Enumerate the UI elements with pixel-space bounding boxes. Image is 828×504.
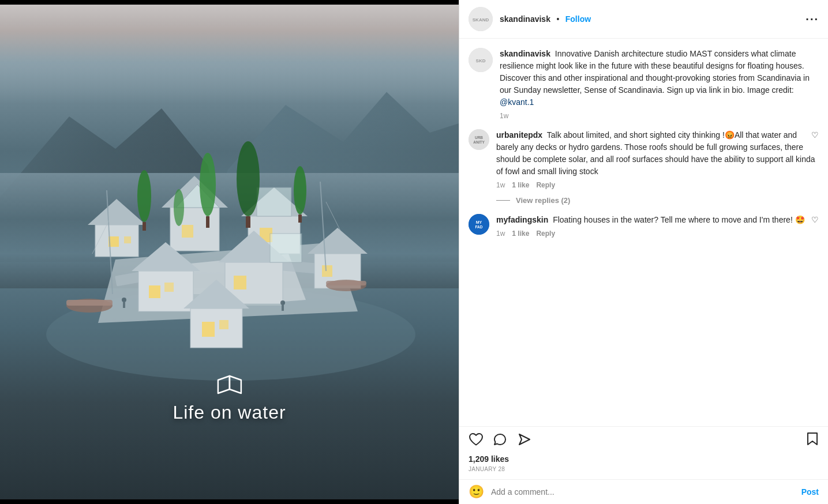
svg-rect-34	[143, 222, 146, 231]
caption-avatar[interactable]: SKD	[469, 48, 493, 72]
black-bar-top	[0, 0, 459, 5]
svg-text:SKAND: SKAND	[473, 17, 489, 22]
view-replies-line	[496, 200, 510, 201]
svg-rect-16	[257, 187, 291, 216]
black-bar-bottom	[0, 499, 459, 504]
action-icons-row	[469, 431, 819, 450]
comment-2-reply-button[interactable]: Reply	[536, 230, 555, 238]
comment-button[interactable]	[493, 432, 508, 449]
share-button[interactable]	[517, 432, 532, 449]
svg-point-52	[280, 300, 285, 305]
svg-text:MY: MY	[476, 220, 482, 224]
svg-rect-9	[124, 236, 131, 243]
comment-2-time: 1w	[496, 230, 505, 238]
svg-rect-20	[149, 285, 160, 298]
svg-point-39	[237, 141, 260, 216]
svg-point-35	[200, 153, 216, 216]
add-comment-bar: 🙂 Post	[459, 479, 828, 504]
view-replies-button[interactable]: View replies (2)	[496, 196, 819, 205]
comment-1-content: urbanitepdx Talk about limited, and shor…	[496, 129, 819, 189]
comment-2-username[interactable]: myfadingskin	[496, 215, 548, 224]
like-button[interactable]	[469, 432, 484, 449]
image-overlay: Life on water	[173, 373, 286, 423]
svg-point-37	[294, 166, 306, 215]
bookmark-button[interactable]	[806, 431, 819, 450]
instagram-panel: SKAND skandinavisk • Follow ··· SKD skan…	[459, 0, 828, 504]
post-comment-button[interactable]: Post	[801, 487, 819, 497]
comment-1-reply-button[interactable]: Reply	[536, 181, 555, 189]
svg-marker-27	[308, 228, 368, 254]
post-image: Life on water	[0, 0, 459, 504]
svg-point-33	[137, 170, 151, 222]
svg-point-62	[469, 214, 489, 235]
header-dot: •	[556, 14, 559, 24]
svg-text:FAD: FAD	[475, 225, 483, 229]
post-header: SKAND skandinavisk • Follow ···	[459, 0, 828, 39]
header-avatar[interactable]: SKAND	[469, 7, 493, 31]
svg-rect-21	[164, 283, 174, 292]
comment-1-avatar[interactable]: URB ANITY	[469, 129, 489, 150]
comment-1: URB ANITY urbanitepdx Talk about limited…	[469, 129, 819, 189]
svg-rect-13	[182, 225, 193, 238]
more-options-button[interactable]: ···	[805, 13, 819, 26]
caption-timestamp: 1w	[500, 112, 819, 120]
comments-section: SKD skandinavisk Innovative Danish archi…	[459, 39, 828, 426]
post-caption: SKD skandinavisk Innovative Danish archi…	[469, 48, 819, 120]
comment-2-meta: 1w 1 like Reply	[496, 230, 819, 238]
caption-text: skandinavisk Innovative Danish architect…	[500, 48, 819, 108]
comment-1-text: urbanitepdx Talk about limited, and shor…	[496, 129, 819, 178]
svg-text:URB: URB	[475, 136, 483, 140]
svg-rect-53	[282, 305, 284, 311]
follow-button[interactable]: Follow	[565, 14, 591, 24]
comment-1-heart-button[interactable]: ♡	[811, 130, 819, 140]
svg-text:ANITY: ANITY	[473, 140, 485, 144]
comment-2-avatar[interactable]: MY FAD	[469, 214, 489, 235]
action-bar: 1,209 likes January 28	[459, 426, 828, 479]
caption-mention[interactable]: @kvant.1	[500, 97, 534, 107]
comment-1-meta: 1w 1 like Reply	[496, 181, 819, 189]
caption-username[interactable]: skandinavisk	[500, 49, 550, 58]
svg-rect-51	[123, 302, 125, 308]
image-title: Life on water	[173, 402, 286, 423]
svg-rect-24	[270, 234, 302, 262]
likes-count: 1,209 likes	[469, 454, 819, 464]
svg-rect-31	[202, 322, 215, 337]
comment-1-likes: 1 like	[512, 181, 529, 189]
svg-rect-36	[206, 216, 209, 228]
svg-rect-47	[66, 300, 113, 306]
svg-rect-29	[190, 309, 242, 348]
header-info: skandinavisk • Follow	[500, 14, 805, 24]
svg-rect-25	[234, 276, 246, 289]
comment-input[interactable]	[491, 487, 801, 497]
svg-point-59	[469, 129, 489, 150]
svg-rect-40	[246, 216, 250, 228]
comment-2: MY FAD myfadingskin Floating houses in t…	[469, 214, 819, 238]
svg-rect-38	[298, 215, 302, 223]
svg-rect-28	[322, 265, 332, 277]
post-date: January 28	[469, 466, 819, 472]
svg-point-41	[174, 189, 184, 226]
svg-rect-49	[326, 281, 366, 285]
comment-2-content: myfadingskin Floating houses in the wate…	[496, 214, 819, 238]
svg-rect-32	[219, 320, 228, 329]
caption-content: skandinavisk Innovative Danish architect…	[500, 48, 819, 120]
book-icon	[215, 373, 244, 396]
emoji-button[interactable]: 🙂	[469, 484, 484, 499]
comment-2-likes: 1 like	[512, 230, 529, 238]
comment-2-heart-button[interactable]: ♡	[811, 215, 819, 224]
svg-point-50	[122, 298, 126, 302]
view-replies-text: View replies (2)	[516, 196, 570, 205]
comment-1-username[interactable]: urbanitepdx	[496, 130, 542, 140]
header-username[interactable]: skandinavisk	[500, 14, 550, 24]
svg-marker-7	[88, 199, 146, 225]
comment-1-time: 1w	[496, 181, 505, 189]
svg-text:SKD: SKD	[476, 58, 486, 63]
comment-2-text: myfadingskin Floating houses in the wate…	[496, 214, 819, 226]
